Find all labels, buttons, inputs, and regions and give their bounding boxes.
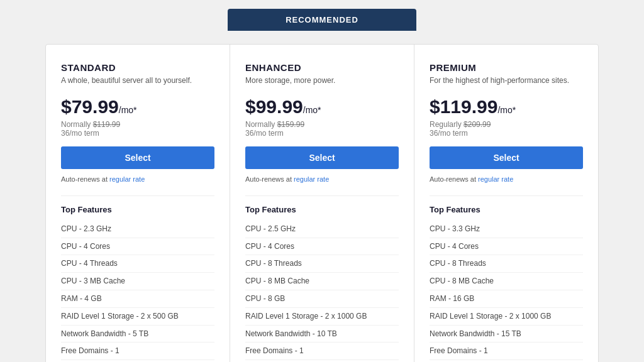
plan-term-premium: 36/mo term xyxy=(430,129,583,138)
feature-item: RAM - 16 GB xyxy=(430,290,583,308)
feature-item: Free Domains - 1 xyxy=(61,343,214,360)
plan-normally-standard: Normally $119.99 xyxy=(61,120,214,129)
plan-price-enhanced: $99.99 xyxy=(245,96,303,117)
plan-normally-premium: Regularly $209.99 xyxy=(430,120,583,129)
auto-renew-standard: Auto-renews at regular rate xyxy=(61,175,214,183)
regular-rate-link-standard[interactable]: regular rate xyxy=(109,175,145,183)
banner-text: RECOMMENDED xyxy=(286,15,358,25)
plan-premium: PREMIUM For the highest of high-performa… xyxy=(414,45,598,362)
top-features-title-premium: Top Features xyxy=(430,195,583,214)
feature-item: CPU - 3.3 GHz xyxy=(430,221,583,238)
feature-item: Network Bandwidth - 15 TB xyxy=(430,326,583,343)
features-list-standard: CPU - 2.3 GHzCPU - 4 CoresCPU - 4 Thread… xyxy=(61,221,214,362)
feature-item: CPU - 8 Threads xyxy=(430,255,583,273)
select-button-standard[interactable]: Select xyxy=(61,146,214,169)
feature-item: CPU - 2.5 GHz xyxy=(245,221,399,238)
feature-item: CPU - 2.3 GHz xyxy=(61,221,214,238)
feature-item: CPU - 8 MB Cache xyxy=(245,273,399,290)
feature-item: Free Domains - 1 xyxy=(245,343,399,360)
feature-item: Network Bandwidth - 10 TB xyxy=(245,326,399,343)
plan-price-standard: $79.99 xyxy=(61,96,119,117)
feature-item: RAM - 4 GB xyxy=(61,290,214,308)
plan-name-premium: PREMIUM xyxy=(430,62,583,73)
plan-term-enhanced: 36/mo term xyxy=(245,129,399,138)
plan-desc-standard: A whole, beautiful server all to yoursel… xyxy=(61,75,214,86)
auto-renew-premium: Auto-renews at regular rate xyxy=(430,175,583,183)
plan-term-standard: 36/mo term xyxy=(61,129,214,138)
select-button-premium[interactable]: Select xyxy=(430,146,583,169)
plan-price-premium: $119.99 xyxy=(430,96,497,117)
feature-item: CPU - 8 Threads xyxy=(245,255,399,273)
regular-rate-link-premium[interactable]: regular rate xyxy=(478,175,513,183)
feature-item: CPU - 4 Cores xyxy=(245,238,399,256)
feature-item: Free Domains - 1 xyxy=(430,343,583,360)
plan-name-standard: STANDARD xyxy=(61,62,214,73)
feature-item: RAID Level 1 Storage - 2 x 1000 GB xyxy=(430,308,583,326)
regular-rate-link-enhanced[interactable]: regular rate xyxy=(294,175,329,183)
plan-name-enhanced: ENHANCED xyxy=(245,62,399,73)
feature-item: CPU - 4 Threads xyxy=(61,255,214,273)
plan-normally-enhanced: Normally $159.99 xyxy=(245,120,399,129)
plan-desc-enhanced: More storage, more power. xyxy=(245,75,399,86)
plan-price-suffix-premium: /mo* xyxy=(497,105,516,115)
feature-item: RAID Level 1 Storage - 2 x 1000 GB xyxy=(245,308,399,326)
feature-item: CPU - 8 GB xyxy=(245,290,399,308)
plan-price-suffix-enhanced: /mo* xyxy=(303,105,321,115)
auto-renew-enhanced: Auto-renews at regular rate xyxy=(245,175,399,183)
feature-item: CPU - 8 MB Cache xyxy=(430,273,583,290)
features-list-enhanced: CPU - 2.5 GHzCPU - 4 CoresCPU - 8 Thread… xyxy=(245,221,399,362)
plan-price-suffix-standard: /mo* xyxy=(119,105,137,115)
feature-item: CPU - 4 Cores xyxy=(430,238,583,256)
plan-standard: STANDARD A whole, beautiful server all t… xyxy=(46,45,230,362)
feature-item: RAID Level 1 Storage - 2 x 500 GB xyxy=(61,308,214,326)
select-button-enhanced[interactable]: Select xyxy=(245,146,399,169)
feature-item: CPU - 3 MB Cache xyxy=(61,273,214,290)
recommended-banner: RECOMMENDED xyxy=(228,9,416,31)
top-features-title-enhanced: Top Features xyxy=(245,195,399,214)
feature-item: CPU - 4 Cores xyxy=(61,238,214,256)
pricing-container: STANDARD A whole, beautiful server all t… xyxy=(45,44,599,362)
features-list-premium: CPU - 3.3 GHzCPU - 4 CoresCPU - 8 Thread… xyxy=(430,221,583,362)
top-features-title-standard: Top Features xyxy=(61,195,214,214)
plan-enhanced: ENHANCED More storage, more power. $99.9… xyxy=(230,45,414,362)
feature-item: Network Bandwidth - 5 TB xyxy=(61,326,214,343)
plan-desc-premium: For the highest of high-performance site… xyxy=(430,75,583,86)
